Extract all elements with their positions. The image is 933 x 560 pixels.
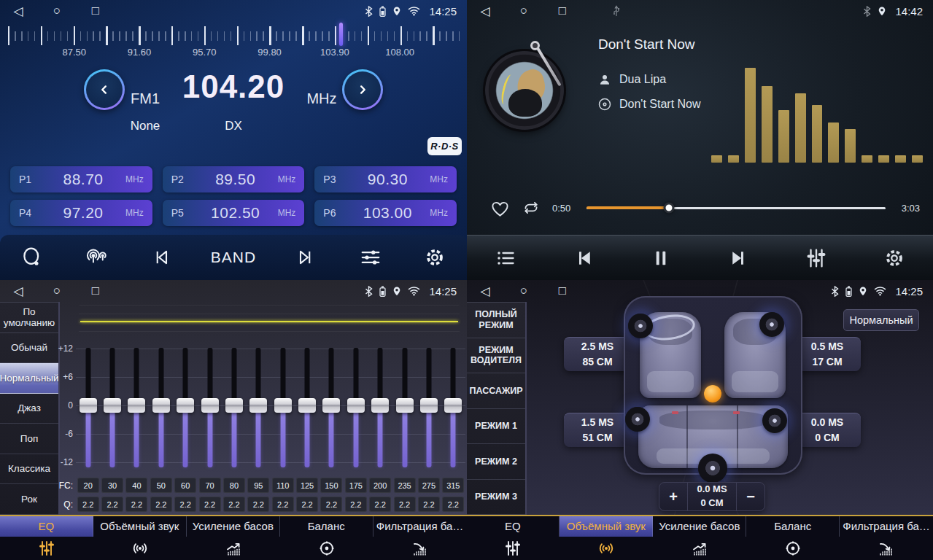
fc-value[interactable]: 50 (150, 478, 172, 493)
frequency-ruler[interactable] (7, 25, 460, 47)
preset-p1[interactable]: P188.70MHz (10, 166, 152, 192)
next-track-button[interactable] (716, 241, 762, 275)
slider-thumb[interactable] (80, 398, 97, 413)
nav-recents-icon[interactable]: □ (554, 284, 570, 299)
nav-back-icon[interactable]: ◁ (10, 284, 26, 299)
favorite-heart-icon[interactable] (490, 198, 510, 218)
fc-value[interactable]: 235 (394, 478, 416, 493)
decrease-delay-button[interactable]: − (737, 483, 764, 510)
equalizer-button[interactable] (793, 241, 840, 275)
tab-balance-left[interactable]: Баланс (280, 516, 373, 560)
slider-thumb[interactable] (371, 398, 389, 413)
preset-p5[interactable]: P5102.50MHz (163, 200, 305, 226)
fc-value[interactable]: 275 (418, 478, 440, 493)
nav-back-icon[interactable]: ◁ (10, 4, 26, 19)
slider-thumb[interactable] (444, 398, 462, 413)
eq-band-slider[interactable] (271, 344, 295, 471)
eq-band-slider[interactable] (247, 344, 271, 471)
eq-band-slider[interactable] (174, 344, 198, 471)
seek-bar[interactable] (586, 207, 886, 209)
eq-band-slider[interactable] (417, 344, 441, 471)
tab-bass-left[interactable]: Усиление басов (187, 516, 280, 560)
fc-value[interactable]: 80 (223, 478, 245, 493)
eq-preset-rock[interactable]: Рок (0, 484, 58, 515)
settings-button[interactable] (411, 241, 458, 274)
eq-band-slider[interactable] (295, 344, 319, 471)
tab-surround-right[interactable]: Объёмный звук (560, 516, 653, 560)
settings-button[interactable] (871, 241, 918, 275)
fc-value[interactable]: 200 (369, 478, 391, 493)
profile-button[interactable]: Нормальный (843, 309, 919, 331)
pause-button[interactable] (638, 241, 684, 275)
eq-band-slider[interactable] (125, 344, 149, 471)
slider-thumb[interactable] (322, 398, 340, 413)
mode-driver[interactable]: РЕЖИМ ВОДИТЕЛЯ (467, 338, 525, 374)
tab-surround-left[interactable]: Объёмный звук (93, 516, 187, 560)
q-value[interactable]: 2.2 (247, 497, 269, 512)
slider-thumb[interactable] (225, 398, 243, 413)
tab-eq-left[interactable]: EQ (0, 516, 93, 560)
preset-p4[interactable]: P497.20MHz (10, 200, 152, 226)
fc-value[interactable]: 95 (247, 478, 269, 493)
q-value[interactable]: 2.2 (101, 497, 123, 512)
tab-eq-right[interactable]: EQ (467, 516, 560, 560)
slider-thumb[interactable] (249, 398, 267, 413)
fc-value[interactable]: 125 (296, 478, 318, 493)
nav-back-icon[interactable]: ◁ (477, 4, 493, 19)
next-preset-button[interactable] (282, 241, 329, 274)
nav-home-icon[interactable]: ○ (49, 4, 65, 19)
nav-back-icon[interactable]: ◁ (477, 284, 493, 299)
mode-full[interactable]: ПОЛНЫЙ РЕЖИМ (467, 302, 525, 338)
eq-band-slider[interactable] (100, 344, 124, 471)
prev-station-button[interactable] (84, 69, 125, 110)
q-value[interactable]: 2.2 (77, 497, 99, 512)
preset-p3[interactable]: P390.30MHz (314, 166, 457, 192)
eq-band-slider[interactable] (222, 344, 246, 471)
q-value[interactable]: 2.2 (369, 497, 391, 512)
eq-band-slider[interactable] (320, 344, 344, 471)
tab-filter-right[interactable]: Фильтрация ба… (840, 516, 933, 560)
slider-thumb[interactable] (104, 398, 121, 413)
nav-recents-icon[interactable]: □ (88, 4, 104, 19)
preset-p2[interactable]: P289.50MHz (163, 166, 305, 192)
nav-home-icon[interactable]: ○ (49, 284, 65, 299)
previous-track-button[interactable] (560, 241, 607, 275)
slider-thumb[interactable] (298, 398, 316, 413)
fc-value[interactable]: 60 (174, 478, 196, 493)
delay-rear-right[interactable]: 0.0 MS 0 CM (794, 413, 861, 447)
delay-front-left[interactable]: 2.5 MS 85 CM (564, 337, 631, 371)
mode-3[interactable]: РЕЖИМ 3 (467, 480, 525, 516)
scan-button[interactable] (9, 241, 55, 274)
fc-value[interactable]: 315 (442, 478, 464, 493)
q-value[interactable]: 2.2 (320, 497, 342, 512)
slider-thumb[interactable] (347, 398, 365, 413)
fc-value[interactable]: 20 (77, 478, 99, 493)
q-value[interactable]: 2.2 (418, 497, 440, 512)
eq-band-slider[interactable] (76, 344, 100, 471)
eq-preset-default[interactable]: По умолчанию (0, 302, 58, 333)
playlist-button[interactable] (482, 241, 529, 275)
tab-balance-right[interactable]: Баланс (746, 516, 840, 560)
mode-2[interactable]: РЕЖИМ 2 (467, 444, 525, 480)
eq-band-slider[interactable] (198, 344, 222, 471)
slider-thumb[interactable] (274, 398, 292, 413)
q-value[interactable]: 2.2 (174, 497, 196, 512)
q-value[interactable]: 2.2 (442, 497, 464, 512)
mode-passenger[interactable]: ПАССАЖИР (467, 373, 525, 409)
q-value[interactable]: 2.2 (223, 497, 245, 512)
delay-front-right[interactable]: 0.5 MS 17 CM (794, 337, 861, 371)
q-value[interactable]: 2.2 (125, 497, 147, 512)
q-value[interactable]: 2.2 (394, 497, 416, 512)
fc-value[interactable]: 175 (345, 478, 367, 493)
eq-band-slider[interactable] (368, 344, 392, 471)
mode-1[interactable]: РЕЖИМ 1 (467, 409, 525, 445)
delay-rear-left[interactable]: 1.5 MS 51 CM (564, 413, 631, 447)
q-value[interactable]: 2.2 (272, 497, 294, 512)
fc-value[interactable]: 30 (101, 478, 123, 493)
preset-p6[interactable]: P6103.00MHz (314, 200, 457, 226)
q-value[interactable]: 2.2 (345, 497, 367, 512)
progress-thumb[interactable] (663, 203, 674, 214)
fc-value[interactable]: 110 (272, 478, 294, 493)
fc-value[interactable]: 40 (125, 478, 147, 493)
tab-bass-right[interactable]: Усиление басов (653, 516, 746, 560)
